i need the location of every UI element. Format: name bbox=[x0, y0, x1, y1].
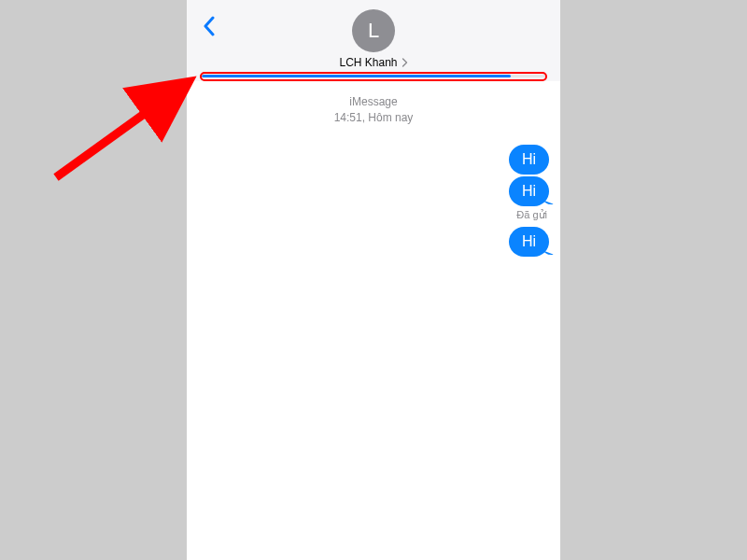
outgoing-message-bubble[interactable]: Hi bbox=[509, 176, 549, 206]
messages-screen: L LCH Khanh iMessage 14:51, Hôm nay HiHi… bbox=[187, 0, 560, 560]
send-progress-bar bbox=[196, 75, 551, 77]
conversation-header: L LCH Khanh bbox=[187, 0, 560, 81]
progress-track bbox=[202, 75, 545, 77]
contact-name-button[interactable]: LCH Khanh bbox=[339, 56, 407, 69]
svg-line-1 bbox=[56, 86, 183, 177]
outgoing-message-bubble[interactable]: Hi bbox=[509, 145, 549, 175]
message-row: Hi bbox=[198, 176, 549, 206]
progress-fill bbox=[202, 75, 511, 77]
chevron-right-icon bbox=[402, 58, 408, 67]
service-label: iMessage bbox=[198, 94, 549, 110]
thread-timestamp: 14:51, Hôm nay bbox=[198, 110, 549, 126]
back-button[interactable] bbox=[198, 13, 220, 39]
contact-name-label: LCH Khanh bbox=[339, 56, 397, 69]
message-thread[interactable]: iMessage 14:51, Hôm nay HiHiĐã gửiHi bbox=[187, 81, 560, 560]
thread-meta: iMessage 14:51, Hôm nay bbox=[198, 94, 549, 126]
delivery-status: Đã gửi bbox=[198, 209, 547, 221]
avatar-initial: L bbox=[368, 19, 379, 43]
contact-avatar[interactable]: L bbox=[352, 9, 395, 52]
message-row: Hi bbox=[198, 145, 549, 175]
chevron-left-icon bbox=[203, 16, 216, 36]
outgoing-message-bubble[interactable]: Hi bbox=[509, 227, 549, 257]
message-row: Hi bbox=[198, 227, 549, 257]
